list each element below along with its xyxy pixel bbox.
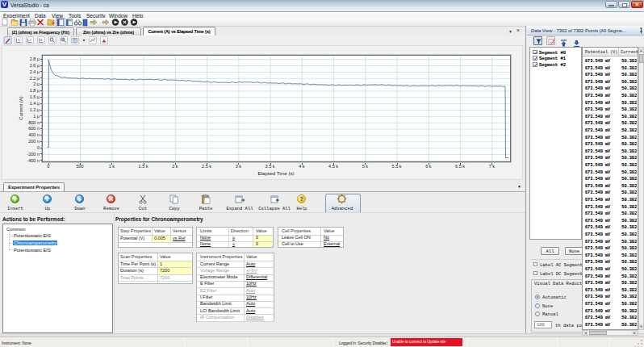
svg-text:?: ?: [299, 195, 303, 203]
